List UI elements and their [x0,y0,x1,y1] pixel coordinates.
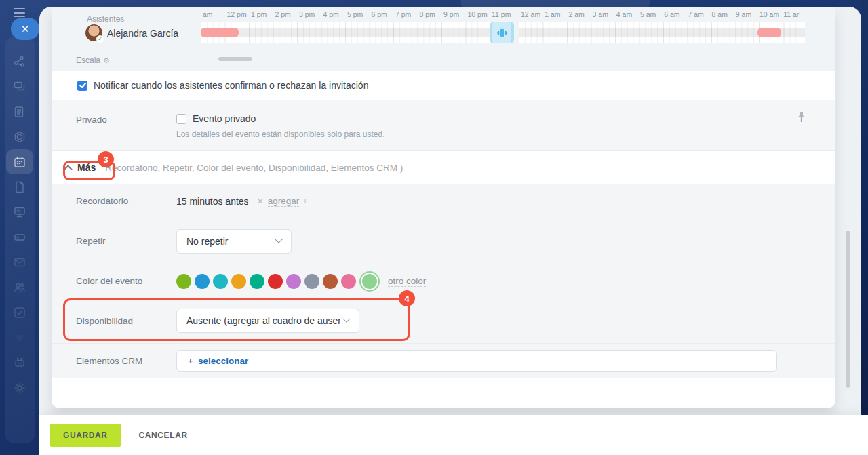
more-label: Más [77,162,96,173]
repeat-select[interactable]: No repetir [176,229,292,254]
crm-select-field[interactable]: +seleccionar [176,350,777,372]
sidebar-item-tasks[interactable] [6,99,33,124]
private-checkbox[interactable] [176,114,186,124]
cancel-button[interactable]: CANCELAR [139,431,188,440]
attendee-name: Alejandra García [107,28,178,39]
repeat-value: No repetir [186,236,228,247]
hour-label: 1 am [545,10,560,18]
sidebar-item-hexagon[interactable] [6,124,33,149]
chat-icon [13,80,26,94]
hour-label: 10 am [760,10,779,18]
sidebar-item-mail[interactable] [6,250,33,275]
hour-label: 4 am [616,10,632,18]
color-swatch[interactable] [341,274,356,289]
sidebar-item-signal[interactable] [6,325,33,350]
gear-icon[interactable]: ⚙ [103,56,110,65]
close-icon: ✕ [21,23,30,35]
repeat-row: Repetir No repetir [52,218,835,264]
save-button[interactable]: GUARDAR [50,424,121,447]
calendar-icon [13,155,26,169]
more-toggle[interactable]: Más [66,162,96,173]
sidebar-item-chat[interactable] [6,74,33,99]
timeline-track-am[interactable] [519,22,805,43]
notify-row: Notificar cuando los asistentes confirma… [52,71,835,100]
people-icon [13,281,26,294]
sidebar-item-board[interactable] [6,199,33,224]
private-label: Privado [52,100,176,150]
sidebar-item-calendar[interactable] [6,149,33,174]
hexagon-icon [13,130,26,144]
color-swatch[interactable] [231,274,246,289]
pulse-icon [13,55,26,68]
sidebar-item-people[interactable] [6,275,33,300]
color-swatch[interactable] [250,274,264,289]
hour-label: 3 am [593,10,608,18]
hour-label: 10 pm [468,10,488,18]
resize-icon [496,28,508,37]
other-color-link[interactable]: otro color [388,276,426,287]
board-icon [13,205,26,219]
annotation-badge-4: 4 [399,290,415,306]
color-swatch[interactable] [323,274,338,289]
hour-label: 2 am [568,10,584,18]
notify-checkbox[interactable] [77,81,87,91]
busy-block [757,28,781,37]
color-swatch[interactable] [268,274,283,289]
hour-label: 7 am [688,10,703,18]
status-badge: ✓ [96,35,104,43]
sidebar-item-check[interactable] [6,300,33,325]
form-footer: GUARDAR CANCELAR [39,415,868,455]
reminder-label: Recordatorio [52,196,176,206]
color-swatch[interactable] [195,274,210,289]
robot-icon [13,356,26,370]
private-row: Privado Evento privado Los detalles del … [52,100,835,151]
pin-icon[interactable] [797,111,806,125]
reminder-value[interactable]: 15 minutos antes [176,196,249,207]
add-reminder-link[interactable]: agregar [268,196,300,207]
tasks-icon [13,105,26,119]
color-swatch[interactable] [176,274,191,289]
event-form-card: Asistentes ✓ Alejandra García Escala ⚙ a… [52,7,835,408]
time-selection-handle[interactable] [490,22,514,43]
sidebar-item-gear[interactable] [6,375,33,400]
scale-slider[interactable] [218,57,252,61]
hour-label: 9 am [736,10,751,18]
repeat-label: Repetir [52,236,176,246]
app-root: { "window": { "close_icon": "✕" }, "side… [0,0,868,455]
hour-label: 8 pm [420,10,435,18]
chevron-down-icon [342,315,350,323]
scale-label: Escala [76,56,100,65]
sidebar-item-robot[interactable] [6,350,33,375]
sidebar-icons [0,49,39,400]
card-bottom-spacer [52,378,835,408]
hour-label: 5 am [640,10,656,18]
vertical-scrollbar[interactable] [846,231,850,388]
menu-icon[interactable] [14,8,25,17]
color-swatch[interactable] [286,274,301,289]
timeline-track-pm[interactable] [201,22,514,43]
signal-icon [13,331,26,344]
attendee-item[interactable]: ✓ Alejandra García [85,24,178,41]
color-swatches [176,274,380,289]
gear-icon [13,381,26,395]
private-checkbox-label: Evento privado [193,113,256,124]
more-details-section: Recordatorio 15 minutos antes ✕ agregar … [52,184,835,378]
close-button[interactable]: ✕ [11,18,39,40]
more-summary: Recordatorio, Repetir, Color del evento,… [105,163,403,173]
availability-select[interactable]: Ausente (agregar al cuadro de ausen... [176,309,359,333]
color-swatch[interactable] [304,274,319,289]
app-sidebar [0,0,39,455]
availability-label: Disponibilidad [52,316,176,326]
plus-icon[interactable]: + [302,196,308,206]
remove-reminder-icon[interactable]: ✕ [257,197,264,206]
sidebar-item-drive[interactable] [6,224,33,250]
avatar: ✓ [85,24,102,41]
sidebar-item-pulse[interactable] [6,49,33,74]
hour-label: 12 pm [227,10,247,18]
scale-control: Escala ⚙ [76,56,110,65]
hour-label: 9 pm [443,10,459,18]
color-swatch[interactable] [362,274,377,289]
color-swatch[interactable] [213,274,228,289]
sidebar-item-document[interactable] [6,174,33,199]
hour-label: 1 pm [251,10,267,18]
